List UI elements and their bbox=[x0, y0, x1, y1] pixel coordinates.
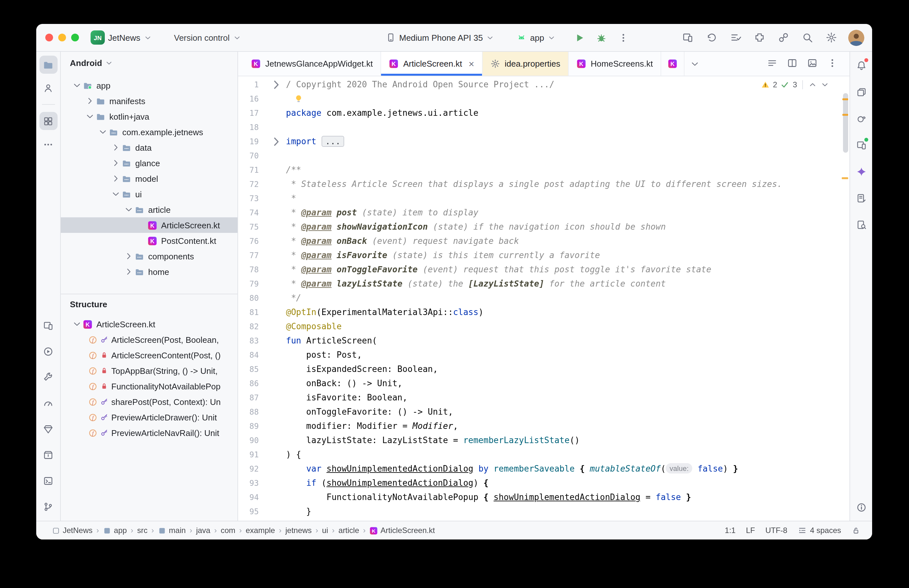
vcs-menu[interactable]: Version control bbox=[174, 33, 241, 42]
terminal-button[interactable] bbox=[39, 472, 57, 489]
tab-idea-properties[interactable]: idea.properties bbox=[483, 52, 569, 76]
code-editor[interactable]: 1/ Copyright 2020 The Android Open Sourc… bbox=[238, 76, 849, 521]
chevron-down-icon[interactable] bbox=[123, 204, 134, 215]
settings-button[interactable] bbox=[824, 31, 838, 45]
line-number[interactable]: 86 bbox=[238, 376, 266, 391]
project-menu[interactable]: JN JetNews bbox=[90, 31, 152, 45]
more-tool-windows-button[interactable] bbox=[39, 135, 57, 153]
more-run-actions-button[interactable] bbox=[618, 32, 629, 43]
code-with-me-button[interactable] bbox=[777, 31, 791, 45]
tree-item-model[interactable]: model bbox=[61, 171, 237, 186]
breadcrumb-example[interactable]: example bbox=[246, 526, 275, 535]
line-number[interactable]: 73 bbox=[238, 191, 266, 206]
build-view-button[interactable] bbox=[39, 368, 57, 386]
breadcrumb-jetnews[interactable]: JetNews bbox=[52, 526, 92, 535]
fold-marker-icon[interactable] bbox=[266, 134, 286, 149]
search-everywhere-button[interactable] bbox=[800, 31, 815, 45]
structure-item-topappbar-string-unit[interactable]: fTopAppBar(String, () -> Unit, bbox=[61, 363, 237, 378]
line-number[interactable]: 82 bbox=[238, 320, 266, 334]
tab-articlescreen-kt[interactable]: KArticleScreen.kt× bbox=[381, 52, 483, 76]
line-number[interactable]: 17 bbox=[238, 106, 266, 120]
line-number[interactable]: 75 bbox=[238, 220, 266, 234]
structure-view-button[interactable] bbox=[39, 112, 57, 130]
close-tab-icon[interactable]: × bbox=[469, 59, 475, 69]
line-number[interactable]: 85 bbox=[238, 362, 266, 376]
tree-item-data[interactable]: data bbox=[61, 140, 237, 155]
structure-item-functionalitynotavailablepop[interactable]: fFunctionalityNotAvailablePop bbox=[61, 378, 237, 394]
hidden-tabs-button[interactable] bbox=[685, 52, 705, 76]
breadcrumb-articlescreen-kt[interactable]: KArticleScreen.kt bbox=[370, 526, 435, 535]
encoding-widget[interactable]: UTF-8 bbox=[765, 526, 787, 535]
line-number[interactable]: 93 bbox=[238, 476, 266, 490]
tab-homescreens-kt[interactable]: KHomeScreens.kt bbox=[569, 52, 661, 76]
breadcrumb-article[interactable]: article bbox=[338, 526, 359, 535]
line-number[interactable]: 72 bbox=[238, 177, 266, 191]
tree-item-glance[interactable]: glance bbox=[61, 155, 237, 171]
intention-bulb-icon[interactable] bbox=[294, 94, 304, 103]
chevron-down-icon[interactable] bbox=[71, 319, 83, 329]
commit-view-button[interactable] bbox=[39, 79, 57, 97]
app-quality-insights-button[interactable] bbox=[39, 420, 57, 438]
device-explorer-button[interactable] bbox=[39, 446, 57, 464]
tree-item-com-example-jetnews[interactable]: com.example.jetnews bbox=[61, 124, 237, 140]
line-ending-widget[interactable]: LF bbox=[746, 526, 755, 535]
restore-actions-button[interactable] bbox=[704, 31, 719, 45]
warning-stripe-mark[interactable] bbox=[842, 114, 848, 116]
structure-item-previewarticlenavrail-unit[interactable]: fPreviewArticleNavRail(): Unit bbox=[61, 425, 237, 441]
tree-item-manifests[interactable]: manifests bbox=[61, 93, 237, 109]
tree-item-postcontent-kt[interactable]: KPostContent.kt bbox=[61, 233, 237, 249]
chevron-down-icon[interactable] bbox=[71, 80, 83, 90]
structure-item-sharepost-post-context-un[interactable]: fsharePost(Post, Context): Un bbox=[61, 394, 237, 409]
line-number[interactable]: 91 bbox=[238, 447, 266, 462]
structure-item-articlescreen-post-boolean[interactable]: fArticleScreen(Post, Boolean, bbox=[61, 332, 237, 347]
tree-item-components[interactable]: components bbox=[61, 249, 237, 264]
tree-item-home[interactable]: home bbox=[61, 264, 237, 279]
tab-jetnewsglanceappwidget-kt[interactable]: KJetnewsGlanceAppWidget.kt bbox=[243, 52, 381, 76]
line-number[interactable]: 89 bbox=[238, 419, 266, 433]
minimize-window-button[interactable] bbox=[58, 34, 66, 41]
chevron-right-icon[interactable] bbox=[123, 251, 134, 261]
version-control-view-button[interactable] bbox=[39, 498, 57, 515]
line-number[interactable]: 84 bbox=[238, 348, 266, 362]
device-mirroring-button[interactable] bbox=[681, 31, 695, 45]
zoom-window-button[interactable] bbox=[71, 34, 79, 41]
notifications-button[interactable] bbox=[853, 57, 870, 74]
line-number[interactable]: 95 bbox=[238, 504, 266, 519]
breadcrumb-com[interactable]: com bbox=[221, 526, 235, 535]
line-number[interactable]: 18 bbox=[238, 120, 266, 134]
line-number[interactable]: 78 bbox=[238, 263, 266, 277]
user-avatar[interactable] bbox=[848, 29, 864, 45]
find-view-button[interactable] bbox=[853, 216, 870, 233]
chevron-right-icon[interactable] bbox=[84, 96, 96, 106]
line-number[interactable]: 79 bbox=[238, 277, 266, 291]
breadcrumb-java[interactable]: java bbox=[196, 526, 210, 535]
inspections-widget[interactable]: 2 3 bbox=[756, 79, 834, 90]
line-number[interactable]: 16 bbox=[238, 92, 266, 106]
close-window-button[interactable] bbox=[45, 34, 53, 41]
breadcrumb-ui[interactable]: ui bbox=[322, 526, 328, 535]
line-number[interactable]: 81 bbox=[238, 305, 266, 320]
chevron-right-icon[interactable] bbox=[110, 173, 122, 184]
chevron-down-icon[interactable] bbox=[110, 189, 122, 199]
chevron-right-icon[interactable] bbox=[110, 142, 122, 153]
running-devices-button[interactable] bbox=[39, 316, 57, 334]
task-list-button[interactable] bbox=[728, 31, 743, 45]
fold-marker-icon[interactable] bbox=[266, 78, 286, 92]
editor-list-button[interactable] bbox=[767, 57, 778, 70]
gemini-button[interactable] bbox=[853, 163, 870, 180]
caret-position-widget[interactable]: 1:1 bbox=[725, 526, 736, 535]
breadcrumb-main[interactable]: main bbox=[158, 526, 186, 535]
line-number[interactable]: 77 bbox=[238, 249, 266, 263]
structure-item-articlescreencontent-post[interactable]: fArticleScreenContent(Post, () bbox=[61, 347, 237, 363]
line-number[interactable]: 19 bbox=[238, 134, 266, 149]
structure-root-articlescreen-kt[interactable]: KArticleScreen.kt bbox=[61, 316, 237, 332]
tree-item-article[interactable]: article bbox=[61, 202, 237, 217]
breadcrumb-src[interactable]: src bbox=[137, 526, 147, 535]
profiler-button[interactable] bbox=[39, 394, 57, 412]
editor-scrollbar[interactable] bbox=[843, 93, 848, 153]
tree-item-kotlin-java[interactable]: kotlin+java bbox=[61, 109, 237, 124]
line-number[interactable]: 74 bbox=[238, 206, 266, 220]
line-number[interactable]: 71 bbox=[238, 163, 266, 177]
line-number[interactable]: 1 bbox=[238, 78, 266, 92]
project-view-button[interactable] bbox=[39, 56, 57, 74]
